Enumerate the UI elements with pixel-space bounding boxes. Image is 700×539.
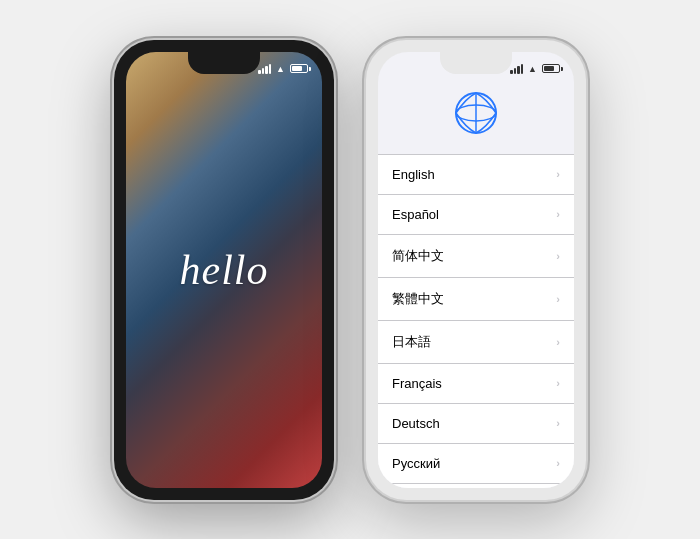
lang-label: English — [392, 167, 435, 182]
lang-list-item[interactable]: Deutsch› — [378, 404, 574, 444]
chevron-right-icon: › — [556, 168, 560, 180]
lang-label: Deutsch — [392, 416, 440, 431]
status-icons: ▲ — [258, 64, 308, 74]
chevron-right-icon: › — [556, 417, 560, 429]
lang-label: Français — [392, 376, 442, 391]
chevron-right-icon: › — [556, 250, 560, 262]
lang-list-item[interactable]: 简体中文› — [378, 235, 574, 278]
lang-list-item[interactable]: 繁體中文› — [378, 278, 574, 321]
signal-icon-light — [510, 64, 523, 74]
lang-list-item[interactable]: Português› — [378, 484, 574, 488]
signal-icon — [258, 64, 271, 74]
chevron-right-icon: › — [556, 293, 560, 305]
lang-label: Русский — [392, 456, 440, 471]
battery-icon-light — [542, 64, 560, 73]
status-icons-light: ▲ — [510, 64, 560, 74]
lang-label: 简体中文 — [392, 247, 444, 265]
battery-icon — [290, 64, 308, 73]
chevron-right-icon: › — [556, 336, 560, 348]
lang-label: 日本語 — [392, 333, 431, 351]
wifi-icon-light: ▲ — [528, 64, 537, 74]
language-list: English›Español›简体中文›繁體中文›日本語›Français›D… — [378, 154, 574, 488]
notch — [188, 52, 260, 74]
hello-wallpaper: ▲ hello — [126, 52, 322, 488]
lang-list-item[interactable]: Русский› — [378, 444, 574, 484]
lang-screen-container: ▲ — [378, 52, 574, 488]
chevron-right-icon: › — [556, 208, 560, 220]
hello-screen: ▲ hello — [126, 52, 322, 488]
chevron-right-icon: › — [556, 457, 560, 469]
chevron-right-icon: › — [556, 377, 560, 389]
lang-list-item[interactable]: English› — [378, 154, 574, 195]
lang-list-item[interactable]: 日本語› — [378, 321, 574, 364]
lang-label: Español — [392, 207, 439, 222]
language-screen: ▲ — [378, 52, 574, 488]
hello-text: hello — [180, 246, 269, 294]
wifi-icon: ▲ — [276, 64, 285, 74]
notch-light — [440, 52, 512, 74]
lang-list-item[interactable]: Español› — [378, 195, 574, 235]
lang-list-item[interactable]: Français› — [378, 364, 574, 404]
phone-language: ▲ — [366, 40, 586, 500]
lang-label: 繁體中文 — [392, 290, 444, 308]
phone-hello: ▲ hello — [114, 40, 334, 500]
globe-icon — [451, 88, 501, 138]
